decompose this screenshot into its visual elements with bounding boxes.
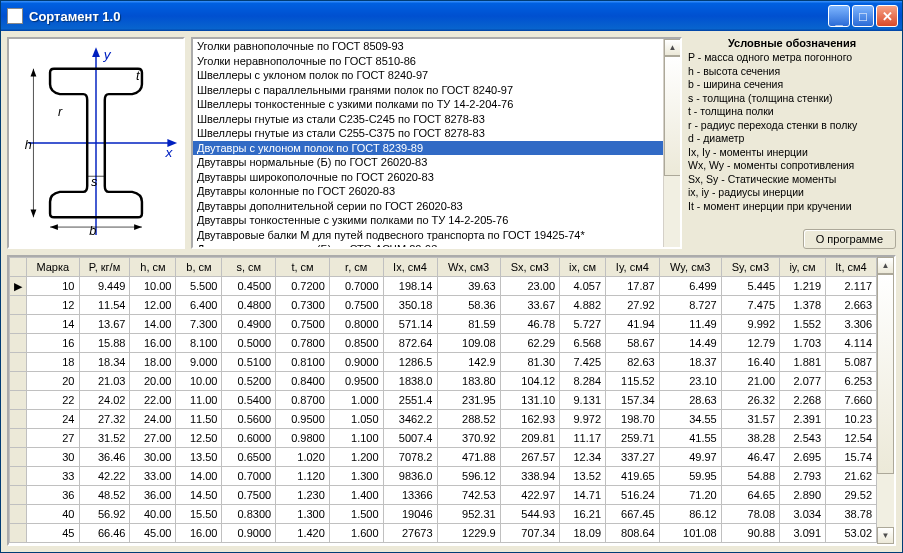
cell[interactable]: 0.9800 [276, 429, 330, 448]
column-header[interactable]: Ix, см4 [383, 258, 437, 277]
cell[interactable]: 1.552 [780, 315, 826, 334]
cell[interactable]: 13.52 [560, 467, 606, 486]
cell[interactable]: 18.37 [659, 353, 721, 372]
table-row[interactable]: 3648.5236.0014.500.75001.2301.4001336674… [10, 486, 877, 505]
cell[interactable]: 419.65 [606, 467, 660, 486]
cell[interactable]: 471.88 [437, 448, 500, 467]
cell[interactable]: 370.92 [437, 429, 500, 448]
cell[interactable]: 40.00 [130, 505, 176, 524]
cell[interactable]: 41.94 [606, 315, 660, 334]
cell[interactable]: 2551.4 [383, 391, 437, 410]
cell[interactable]: 33.00 [130, 467, 176, 486]
cell[interactable]: 11.50 [176, 410, 222, 429]
table-row[interactable]: 1413.6714.007.3000.49000.75000.8000571.1… [10, 315, 877, 334]
column-header[interactable]: Iy, см4 [606, 258, 660, 277]
cell[interactable]: 10.00 [176, 372, 222, 391]
scroll-up-button[interactable]: ▲ [664, 39, 681, 56]
list-item[interactable]: Двутавры широкополочные по ГОСТ 26020-83 [193, 170, 680, 185]
cell[interactable]: 516.24 [606, 486, 660, 505]
cell[interactable]: 71.20 [659, 486, 721, 505]
cell[interactable]: 0.8000 [329, 315, 383, 334]
cell[interactable]: 14.71 [560, 486, 606, 505]
grid-scrollbar[interactable]: ▲ ▼ [877, 257, 894, 544]
cell[interactable]: 544.93 [500, 505, 559, 524]
cell[interactable]: 46.78 [500, 315, 559, 334]
cell[interactable]: 46.47 [721, 448, 779, 467]
cell[interactable]: 1.200 [329, 448, 383, 467]
list-item[interactable]: Двутавры дополнительной серии по ГОСТ 26… [193, 199, 680, 214]
cell[interactable]: 33 [27, 467, 80, 486]
column-header[interactable]: iy, см [780, 258, 826, 277]
cell[interactable]: 0.7800 [276, 334, 330, 353]
cell[interactable]: 2.543 [780, 429, 826, 448]
cell[interactable]: 24.00 [130, 410, 176, 429]
cell[interactable]: 1229.9 [437, 524, 500, 543]
table-row[interactable]: 3036.4630.0013.500.65001.0201.2007078.24… [10, 448, 877, 467]
cell[interactable]: 53.02 [826, 524, 877, 543]
cell[interactable]: 0.6000 [222, 429, 276, 448]
cell[interactable]: 9.000 [176, 353, 222, 372]
cell[interactable]: 2.663 [826, 296, 877, 315]
cell[interactable]: 162.93 [500, 410, 559, 429]
cell[interactable]: 131.10 [500, 391, 559, 410]
scroll-thumb[interactable] [664, 56, 681, 176]
cell[interactable]: 10 [27, 277, 80, 296]
cell[interactable]: 198.14 [383, 277, 437, 296]
cell[interactable]: 13366 [383, 486, 437, 505]
cell[interactable]: 5.500 [176, 277, 222, 296]
cell[interactable]: 21.62 [826, 467, 877, 486]
table-row[interactable]: 2427.3224.0011.500.56000.95001.0503462.2… [10, 410, 877, 429]
cell[interactable]: 27.00 [130, 429, 176, 448]
cell[interactable]: 9.449 [79, 277, 130, 296]
column-header[interactable]: r, см [329, 258, 383, 277]
cell[interactable]: 259.71 [606, 429, 660, 448]
cell[interactable]: 20.00 [130, 372, 176, 391]
cell[interactable]: 7.425 [560, 353, 606, 372]
cell[interactable]: 14.50 [176, 486, 222, 505]
table-row[interactable]: 2224.0222.0011.000.54000.87001.0002551.4… [10, 391, 877, 410]
maximize-button[interactable]: □ [852, 5, 874, 27]
cell[interactable]: 571.14 [383, 315, 437, 334]
cell[interactable]: 0.5400 [222, 391, 276, 410]
cell[interactable]: 3.034 [780, 505, 826, 524]
cell[interactable]: 0.5100 [222, 353, 276, 372]
cell[interactable]: 2.890 [780, 486, 826, 505]
scroll-up-button[interactable]: ▲ [877, 257, 894, 274]
cell[interactable]: 0.8400 [276, 372, 330, 391]
list-item[interactable]: Швеллеры тонкостенные с узкими полками п… [193, 97, 680, 112]
cell[interactable]: 45.00 [130, 524, 176, 543]
minimize-button[interactable]: _ [828, 5, 850, 27]
cell[interactable]: 27.92 [606, 296, 660, 315]
cell[interactable]: 21.00 [721, 372, 779, 391]
cell[interactable]: 0.5600 [222, 410, 276, 429]
close-button[interactable]: ✕ [876, 5, 898, 27]
cell[interactable]: 27.32 [79, 410, 130, 429]
cell[interactable]: 38.78 [826, 505, 877, 524]
cell[interactable]: 9.131 [560, 391, 606, 410]
cell[interactable]: 36 [27, 486, 80, 505]
cell[interactable]: 33.67 [500, 296, 559, 315]
table-row[interactable]: 1211.5412.006.4000.48000.73000.7500350.1… [10, 296, 877, 315]
cell[interactable]: 1.219 [780, 277, 826, 296]
cell[interactable]: 22.00 [130, 391, 176, 410]
cell[interactable]: 23.00 [500, 277, 559, 296]
table-row[interactable]: 4566.4645.0016.000.90001.4201.6002767312… [10, 524, 877, 543]
list-item[interactable]: Двутавры тонкостенные с узкими полками п… [193, 213, 680, 228]
cell[interactable]: 6.499 [659, 277, 721, 296]
cell[interactable]: 1.400 [329, 486, 383, 505]
cell[interactable]: 82.63 [606, 353, 660, 372]
cell[interactable]: 9.992 [721, 315, 779, 334]
cell[interactable]: 62.29 [500, 334, 559, 353]
cell[interactable]: 3.306 [826, 315, 877, 334]
cell[interactable]: 12 [27, 296, 80, 315]
titlebar[interactable]: Сортамент 1.0 _ □ ✕ [1, 1, 902, 31]
cell[interactable]: 23.10 [659, 372, 721, 391]
cell[interactable]: 952.31 [437, 505, 500, 524]
cell[interactable]: 56.92 [79, 505, 130, 524]
column-header[interactable]: b, см [176, 258, 222, 277]
cell[interactable]: 1.600 [329, 524, 383, 543]
cell[interactable]: 2.695 [780, 448, 826, 467]
cell[interactable]: 267.57 [500, 448, 559, 467]
cell[interactable]: 21.03 [79, 372, 130, 391]
cell[interactable]: 64.65 [721, 486, 779, 505]
